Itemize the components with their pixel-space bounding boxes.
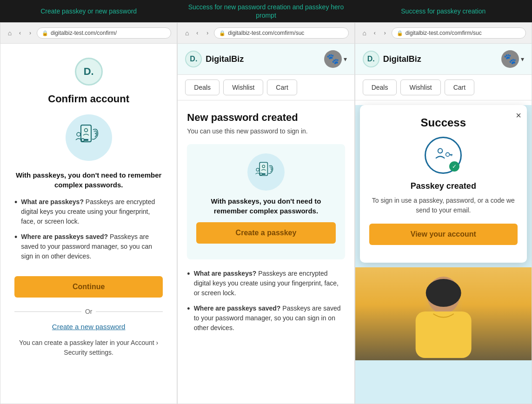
- user-avatar-2[interactable]: 🐾 ▾: [324, 50, 347, 68]
- panel1-logo: D.: [75, 58, 103, 86]
- bullet-dot-2-1: •: [187, 268, 190, 298]
- modal-passkey-title: Passkey created: [369, 181, 518, 191]
- home-button-1[interactable]: ⌂: [6, 29, 13, 37]
- create-new-password-link[interactable]: Create a new password: [52, 323, 126, 331]
- nav-cart-2[interactable]: Cart: [267, 79, 297, 95]
- continue-button[interactable]: Continue: [14, 276, 163, 298]
- passkey-illustration-1: [66, 114, 112, 161]
- site-logo-2: D. DigitalBiz: [185, 51, 244, 67]
- forward-button-3[interactable]: ›: [381, 29, 389, 37]
- url-3: digitalbiz-test.com/comfirm/suc: [406, 30, 482, 36]
- bullet-list-1: • What are passkeys? Passkeys are encryp…: [14, 197, 163, 267]
- panel3-bg: × Success: [355, 105, 532, 404]
- panel1-content: D. Confirm account: [0, 44, 177, 404]
- panel1-title: Confirm account: [48, 93, 129, 105]
- site-logo-badge-2: D.: [185, 51, 202, 67]
- back-button-1[interactable]: ‹: [16, 29, 24, 37]
- avatar-2: 🐾: [324, 50, 342, 68]
- bullet-1-text: What are passkeys? Passkeys are encrypte…: [21, 197, 163, 226]
- forward-button-2[interactable]: ›: [204, 29, 211, 37]
- bullet-dot-2-2: •: [187, 303, 190, 333]
- panel1-bold-text: With passkeys, you don't need to remembe…: [14, 170, 163, 190]
- url-1: digitalbiz-test.com/confirm/: [51, 30, 117, 36]
- or-line-left: [14, 311, 81, 312]
- nav-cart-3[interactable]: Cart: [445, 79, 474, 95]
- hero-person: [355, 267, 532, 360]
- lock-icon-2: 🔒: [219, 30, 226, 36]
- panel3-header: D. DigitalBiz 🐾 ▾: [355, 44, 532, 75]
- modal-title: Success: [369, 116, 518, 129]
- chevron-down-2: ▾: [344, 55, 347, 63]
- hero-photo: [355, 267, 532, 360]
- url-2: digitalbiz-test.com/comfirm/suc: [228, 30, 304, 36]
- back-button-2[interactable]: ‹: [193, 29, 201, 37]
- panel2-content: New password created You can use this ne…: [178, 100, 354, 404]
- svg-point-19: [426, 279, 461, 307]
- browser-chrome-3: ⌂ ‹ › 🔒 digitalbiz-test.com/comfirm/suc: [355, 23, 532, 44]
- top-label-bar: Create passkey or new password Success f…: [0, 0, 532, 22]
- nav-wishlist-2[interactable]: Wishlist: [223, 79, 263, 95]
- svg-point-12: [438, 149, 443, 153]
- or-line-right: [96, 311, 163, 312]
- bullet-1-title: What are passkeys?: [21, 198, 84, 205]
- panel3: ⌂ ‹ › 🔒 digitalbiz-test.com/comfirm/suc …: [355, 22, 532, 404]
- panel2-title: New password created: [187, 112, 345, 124]
- panel1-label: Create passkey or new password: [0, 7, 177, 15]
- address-bar-1: 🔒 digitalbiz-test.com/confirm/: [37, 27, 171, 39]
- browser-chrome-1: ⌂ ‹ › 🔒 digitalbiz-test.com/confirm/: [0, 23, 177, 44]
- check-badge: ✓: [449, 161, 459, 172]
- address-bar-3: 🔒 digitalbiz-test.com/comfirm/suc: [392, 27, 526, 39]
- panel1-inner: D. Confirm account: [0, 44, 177, 367]
- create-passkey-button[interactable]: Create a passkey: [196, 222, 335, 244]
- bullet-2-1-title: What are passkeys?: [194, 270, 257, 277]
- modal-passkey-desc: To sign in use a passkey, password, or a…: [369, 196, 518, 215]
- panel2-bold-text: With passkeys, you don't need to remembe…: [196, 196, 335, 216]
- site-logo-3: D. DigitalBiz: [363, 51, 421, 67]
- home-button-3[interactable]: ⌂: [361, 29, 368, 37]
- panels-container: ⌂ ‹ › 🔒 digitalbiz-test.com/confirm/ D. …: [0, 22, 532, 404]
- site-name-3: DigitalBiz: [383, 54, 421, 64]
- svg-point-9: [257, 168, 259, 171]
- bullet-item-1: • What are passkeys? Passkeys are encryp…: [14, 197, 163, 226]
- bullet-item-2-2: • Where are passkeys saved? Passkeys are…: [187, 304, 345, 333]
- passkey-illustration-2: [247, 153, 285, 191]
- panel2-subtitle: You can use this new password to sign in…: [187, 127, 345, 135]
- passkey-svg-2: [253, 159, 279, 185]
- bullet-item-2: • Where are passkeys saved? Passkeys are…: [14, 232, 163, 261]
- svg-point-3: [77, 132, 80, 136]
- panel1-footer: You can create a passkey later in your A…: [14, 338, 163, 358]
- bullet-2-1-text: What are passkeys? Passkeys are encrypte…: [194, 269, 345, 298]
- nav-bar-2: Deals Wishlist Cart: [178, 75, 354, 100]
- hero-svg: [355, 267, 532, 360]
- avatar-3: 🐾: [501, 50, 519, 68]
- svg-rect-20: [415, 311, 471, 358]
- user-avatar-3[interactable]: 🐾 ▾: [501, 50, 524, 68]
- lock-icon-3: 🔒: [397, 30, 403, 36]
- back-button-3[interactable]: ‹: [371, 29, 379, 37]
- site-name-2: DigitalBiz: [206, 54, 244, 64]
- passkey-svg-1: [73, 121, 105, 154]
- passkey-created-icon: ✓: [425, 137, 462, 174]
- nav-bar-3: Deals Wishlist Cart: [355, 75, 532, 100]
- panel3-content-area: × Success: [355, 100, 532, 404]
- address-bar-2: 🔒 digitalbiz-test.com/comfirm/suc: [214, 27, 348, 39]
- bullet-2-title: Where are passkeys saved?: [21, 233, 108, 240]
- panel2: ⌂ ‹ › 🔒 digitalbiz-test.com/comfirm/suc …: [177, 22, 354, 404]
- panel2-label: Success for new password creation and pa…: [177, 3, 354, 20]
- or-divider: Or: [14, 308, 163, 315]
- nav-deals-3[interactable]: Deals: [363, 79, 397, 95]
- nav-wishlist-3[interactable]: Wishlist: [400, 79, 440, 95]
- nav-deals-2[interactable]: Deals: [185, 79, 219, 95]
- bullet-list-2: • What are passkeys? Passkeys are encryp…: [187, 269, 345, 333]
- home-button-2[interactable]: ⌂: [183, 29, 191, 37]
- bullet-item-2-1: • What are passkeys? Passkeys are encryp…: [187, 269, 345, 298]
- browser-chrome-2: ⌂ ‹ › 🔒 digitalbiz-test.com/comfirm/suc: [178, 23, 354, 44]
- or-text: Or: [85, 308, 93, 315]
- forward-button-1[interactable]: ›: [27, 29, 34, 37]
- view-account-button[interactable]: View your account: [369, 224, 518, 245]
- svg-point-13: [446, 152, 450, 156]
- bullet-dot-1: •: [14, 196, 17, 226]
- chevron-down-3: ▾: [521, 55, 524, 63]
- lock-icon-1: 🔒: [42, 30, 48, 36]
- modal-close-button[interactable]: ×: [516, 111, 521, 120]
